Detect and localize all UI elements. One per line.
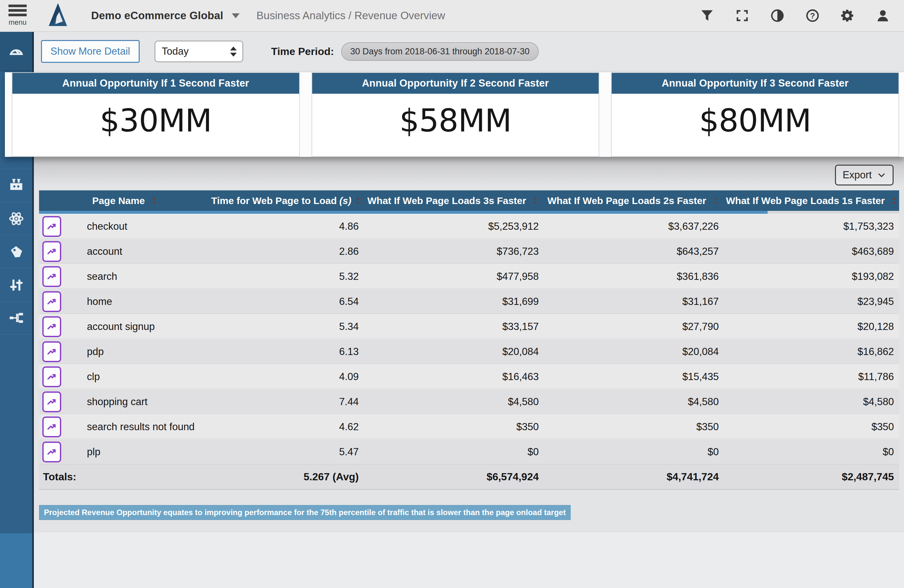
faster-3s-value: $350 (362, 421, 542, 433)
table-row[interactable]: account signup 5.34 $33,157 $27,790 $20,… (39, 314, 899, 339)
faster-2s-value: $3,637,226 (542, 221, 722, 232)
page-name: pdp (87, 346, 104, 358)
panel-shadow-band (34, 157, 904, 186)
sidebar-footer-panel[interactable] (0, 533, 32, 588)
export-button[interactable]: Export (835, 165, 894, 186)
page-name: account (87, 246, 122, 257)
show-more-detail-button[interactable]: Show More Detail (41, 40, 140, 63)
page-name: home (87, 296, 112, 307)
sidebar-item-robot[interactable] (0, 169, 32, 202)
trend-line-icon (46, 321, 57, 332)
filter-icon[interactable] (700, 8, 714, 23)
table-body: checkout 4.86 $5,253,912 $3,637,226 $1,7… (39, 214, 899, 464)
user-icon[interactable] (876, 8, 890, 23)
table-row[interactable]: plp 5.47 $0 $0 $0 (39, 439, 899, 464)
faster-3s-value: $477,958 (362, 271, 542, 282)
fullscreen-icon[interactable] (735, 8, 750, 23)
trend-line-icon (46, 346, 57, 357)
faster-2s-value: $350 (542, 421, 722, 433)
sidebar-item-sliders[interactable] (0, 268, 32, 301)
table-row[interactable]: search results not found 4.62 $350 $350 … (39, 414, 899, 439)
trend-chart-button[interactable] (42, 416, 61, 437)
kpi-card-1s: Annual Opportunity If 1 Second Faster $3… (12, 72, 300, 157)
totals-1s: $2,487,745 (722, 471, 899, 483)
breadcrumb: Business Analytics / Revenue Overview (256, 9, 445, 22)
menu-button[interactable]: menu (8, 5, 27, 27)
table-header-row: Page Name Time for Web Page to Load(s) W… (39, 190, 899, 211)
top-bar: menu Demo eCommerce Global Business Anal… (0, 0, 904, 32)
revenue-table: Page Name Time for Web Page to Load(s) W… (39, 190, 899, 490)
table-row[interactable]: home 6.54 $31,699 $31,167 $23,945 (39, 289, 899, 314)
column-header-load-time[interactable]: Time for Web Page to Load(s) (209, 190, 362, 211)
trend-line-icon (46, 246, 57, 257)
contrast-icon[interactable] (770, 8, 785, 23)
up-down-arrows-icon (230, 47, 237, 57)
org-selector[interactable]: Demo eCommerce Global (91, 9, 223, 22)
toolbar: Show More Detail Today Time Period: 30 D… (34, 32, 904, 71)
faster-3s-value: $16,463 (362, 371, 542, 383)
column-header-page-name[interactable]: Page Name (39, 190, 209, 211)
horizontal-scrollbar[interactable] (39, 211, 899, 214)
totals-2s: $4,741,724 (542, 471, 722, 483)
kpi-cards-panel: Annual Opportunity If 1 Second Faster $3… (5, 72, 904, 157)
help-icon[interactable]: ? (805, 8, 820, 23)
column-header-2s-faster[interactable]: What If Web Page Loads 2s Faster (542, 190, 722, 211)
faster-3s-value: $31,699 (362, 296, 542, 307)
table-row[interactable]: search 5.32 $477,958 $361,836 $193,082 (39, 264, 899, 289)
trend-chart-button[interactable] (42, 366, 61, 387)
table-row[interactable]: clp 4.09 $16,463 $15,435 $11,786 (39, 364, 899, 389)
settings-gear-icon[interactable] (840, 8, 855, 23)
column-header-1s-faster[interactable]: What If Web Page Loads 1s Faster (722, 190, 899, 211)
load-time-value: 7.44 (209, 396, 362, 408)
faster-1s-value: $20,128 (722, 321, 899, 333)
table-row[interactable]: pdp 6.13 $20,084 $20,084 $16,862 (39, 339, 899, 364)
trend-chart-button[interactable] (42, 291, 61, 312)
kpi-card-value: $58MM (400, 102, 511, 139)
sort-icon[interactable] (714, 198, 716, 204)
svg-text:?: ? (810, 11, 815, 20)
scrollbar-thumb[interactable] (39, 211, 768, 214)
sort-icon[interactable] (357, 198, 359, 204)
kpi-card-title: Annual Opportunity If 3 Second Faster (612, 73, 898, 94)
sort-icon[interactable] (153, 198, 155, 204)
export-label: Export (842, 169, 872, 181)
trend-chart-button[interactable] (42, 266, 61, 287)
table-row[interactable]: account 2.86 $736,723 $643,257 $463,689 (39, 239, 899, 264)
table-row[interactable]: shopping cart 7.44 $4,580 $4,580 $4,580 (39, 389, 899, 414)
trend-chart-button[interactable] (42, 441, 61, 462)
tag-icon (8, 243, 25, 260)
column-header-3s-faster[interactable]: What If Web Page Loads 3s Faster (362, 190, 542, 211)
chevron-down-icon (877, 170, 886, 180)
faster-2s-value: $0 (542, 446, 722, 458)
faster-1s-value: $1,753,323 (722, 221, 899, 232)
faster-2s-value: $643,257 (542, 246, 722, 257)
sidebar-item-atom[interactable] (0, 202, 32, 235)
trend-chart-button[interactable] (42, 341, 61, 362)
totals-label: Totals: (39, 471, 209, 483)
load-time-value: 5.47 (209, 446, 362, 458)
trend-chart-button[interactable] (42, 241, 61, 262)
hierarchy-icon (8, 309, 25, 326)
faster-1s-value: $23,945 (722, 296, 899, 307)
sort-icon[interactable] (893, 198, 895, 204)
faster-2s-value: $31,167 (542, 296, 722, 307)
time-period-badge: 30 Days from 2018-06-31 through 2018-07-… (341, 42, 539, 61)
trend-chart-button[interactable] (42, 216, 61, 237)
trend-chart-button[interactable] (42, 391, 61, 412)
trend-line-icon (46, 446, 57, 457)
load-time-value: 5.32 (209, 271, 362, 282)
table-row[interactable]: checkout 4.86 $5,253,912 $3,637,226 $1,7… (39, 214, 899, 239)
sort-icon[interactable] (534, 198, 536, 204)
sidebar-item-dashboard[interactable] (0, 32, 32, 70)
date-range-select[interactable]: Today (155, 41, 243, 62)
faster-2s-value: $15,435 (542, 371, 722, 383)
kpi-card-title: Annual Opportunity If 2 Second Faster (312, 73, 599, 94)
sidebar-item-hierarchy[interactable] (0, 301, 32, 334)
caret-down-icon[interactable] (232, 13, 240, 18)
trend-line-icon (46, 371, 57, 382)
trend-chart-button[interactable] (42, 316, 61, 337)
sidebar-item-tag[interactable] (0, 235, 32, 268)
faster-1s-value: $193,082 (722, 271, 899, 282)
load-time-value: 6.13 (209, 346, 362, 358)
load-time-value: 4.86 (209, 221, 362, 232)
